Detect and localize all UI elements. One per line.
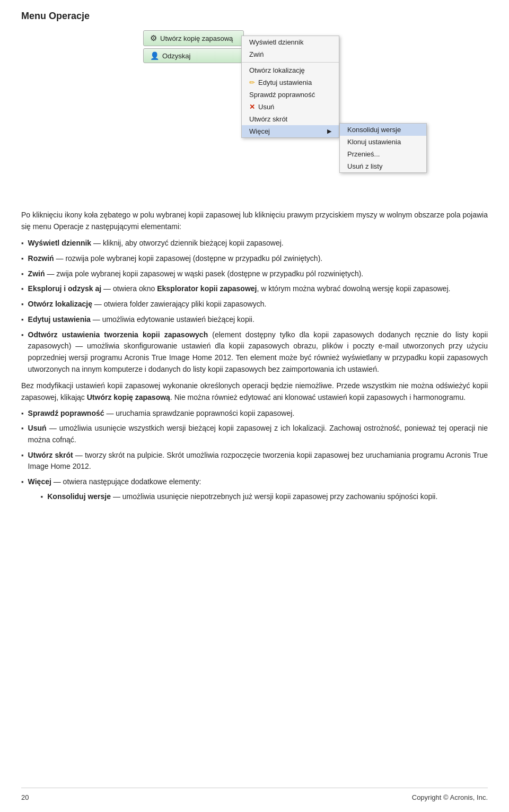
context-menu: Wyświetl dziennik Zwiń Otwórz lokalizacj…: [241, 36, 339, 138]
menu-item-edytuj[interactable]: ✏ Edytuj ustawienia: [242, 76, 339, 89]
zwin-label: Zwiń: [249, 50, 264, 58]
sprawdz-label: Sprawdź poprawność: [249, 91, 315, 99]
list-item-usun: Usuń — umożliwia usunięcie wszystkich we…: [21, 423, 488, 446]
copyright-text: Copyright © Acronis, Inc.: [412, 793, 488, 801]
submenu-item-usun-z-listy[interactable]: Usuń z listy: [340, 160, 426, 172]
gear-icon: ⚙: [150, 33, 157, 43]
list-item-otworz: Otwórz lokalizację — otwiera folder zawi…: [21, 299, 488, 310]
term-otworz: Otwórz lokalizację: [28, 300, 92, 308]
main-bullet-list: Wyświetl dziennik — kliknij, aby otworzy…: [21, 238, 488, 375]
menu-item-wyswietl[interactable]: Wyświetl dziennik: [242, 36, 339, 48]
list-item-eksploruj: Eksploruj i odzysk aj — otwiera okno Eks…: [21, 283, 488, 295]
term-usun: Usuń: [28, 424, 47, 432]
term-wyswietl: Wyświetl dziennik: [28, 239, 92, 247]
menu-item-zwin[interactable]: Zwiń: [242, 48, 339, 60]
term-konsoliduj: Konsoliduj wersje: [47, 492, 111, 501]
menu-screenshot: ⚙ Utwórz kopię zapasową 👤 Odzyskaj Wyświ…: [143, 30, 366, 195]
edytuj-label: Edytuj ustawienia: [258, 78, 312, 86]
btn-recover[interactable]: 👤 Odzyskaj: [143, 48, 244, 63]
submenu-item-klonuj[interactable]: Klonuj ustawienia: [340, 136, 426, 148]
term-wiecej: Więcej: [28, 477, 51, 486]
menu-item-sprawdz[interactable]: Sprawdź poprawność: [242, 89, 339, 101]
submenu-item-konsoliduj[interactable]: Konsoliduj wersje: [340, 124, 426, 136]
list-item-wyswietl: Wyświetl dziennik — kliknij, aby otworzy…: [21, 238, 488, 249]
term-rozwin: Rozwiń: [28, 254, 54, 263]
page-title: Menu Operacje: [21, 11, 488, 22]
list-item-sprawdz: Sprawdź poprawność — uruchamia sprawdzan…: [21, 408, 488, 420]
intro-paragraph: Po kliknięciu ikony koła zębatego w polu…: [21, 209, 488, 232]
submenu-item-przenies[interactable]: Przenieś...: [340, 148, 426, 160]
list-item-edytuj: Edytuj ustawienia — umożliwia edytowanie…: [21, 314, 488, 326]
otworz-label: Otwórz lokalizację: [249, 66, 305, 74]
konsoliduj-label: Konsoliduj wersje: [347, 126, 401, 134]
list-item-utworz-skrot: Utwórz skrót — tworzy skrót na pulpicie.…: [21, 450, 488, 473]
pencil-icon: ✏: [249, 78, 255, 86]
menu-item-utworz-skrot[interactable]: Utwórz skrót: [242, 113, 339, 125]
term-odtworz: Odtwórz ustawienia tworzenia kopii zapas…: [28, 330, 208, 339]
btn-recover-label: Odzyskaj: [162, 52, 190, 60]
separator-1: [242, 62, 339, 63]
btn-backup[interactable]: ⚙ Utwórz kopię zapasową: [143, 30, 244, 46]
menu-item-otworz[interactable]: Otwórz lokalizację: [242, 64, 339, 76]
list-item-odtworz: Odtwórz ustawienia tworzenia kopii zapas…: [21, 329, 488, 376]
list-item-konsoliduj: Konsoliduj wersje — umożliwia usunięcie …: [41, 491, 438, 503]
usun-label: Usuń: [258, 103, 274, 111]
page-number: 20: [21, 793, 29, 801]
utworz-skrot-label: Utwórz skrót: [249, 115, 287, 123]
term-eksploruj: Eksploruj i odzysk aj: [28, 284, 102, 293]
list-item-wiecej: Więcej — otwiera następujące dodatkowe e…: [21, 476, 488, 506]
submenu: Konsoliduj wersje Klonuj ustawienia Prze…: [339, 123, 427, 173]
term-sprawdz: Sprawdź poprawność: [28, 409, 104, 417]
list-item-rozwin: Rozwiń — rozwija pole wybranej kopii zap…: [21, 253, 488, 265]
nested-bullet-list: Konsoliduj wersje — umożliwia usunięcie …: [41, 491, 438, 503]
term-zwin: Zwiń: [28, 269, 45, 278]
przenies-label: Przenieś...: [347, 150, 380, 158]
secondary-bullet-list: Sprawdź poprawność — uruchamia sprawdzan…: [21, 408, 488, 507]
person-icon: 👤: [150, 51, 159, 60]
term-utworz-skrot: Utwórz skrót: [28, 451, 73, 459]
wiecej-label: Więcej: [249, 127, 270, 135]
paragraph-bez-modyfikacji: Bez modyfikacji ustawień kopii zapasowej…: [21, 380, 488, 403]
list-item-zwin: Zwiń — zwija pole wybranej kopii zapasow…: [21, 268, 488, 280]
wyswietl-label: Wyświetl dziennik: [249, 38, 303, 46]
klonuj-label: Klonuj ustawienia: [347, 138, 401, 146]
screenshot-area: ⚙ Utwórz kopię zapasową 👤 Odzyskaj Wyświ…: [21, 30, 488, 195]
term-edytuj: Edytuj ustawienia: [28, 315, 91, 324]
menu-item-usun[interactable]: ✕ Usuń: [242, 101, 339, 113]
btn-backup-label: Utwórz kopię zapasową: [160, 34, 233, 42]
x-icon: ✕: [249, 103, 255, 111]
arrow-right-icon: ▶: [327, 128, 331, 135]
menu-item-wiecej[interactable]: Więcej ▶: [242, 125, 339, 137]
main-content: Po kliknięciu ikony koła zębatego w polu…: [21, 209, 488, 506]
usun-z-listy-label: Usuń z listy: [347, 162, 382, 170]
page-footer: 20 Copyright © Acronis, Inc.: [21, 788, 488, 801]
button-panel: ⚙ Utwórz kopię zapasową 👤 Odzyskaj: [143, 30, 249, 63]
